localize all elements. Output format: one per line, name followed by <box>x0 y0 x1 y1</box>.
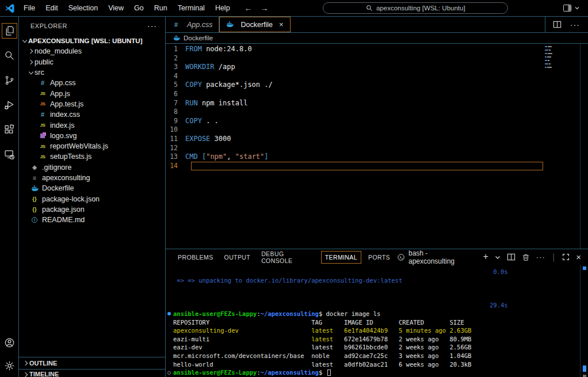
json-file-icon: {} <box>30 196 39 202</box>
tree-item-reportwebvitals-js[interactable]: JSreportWebVitals.js <box>19 141 165 151</box>
line-number: 5 <box>166 81 185 90</box>
search-icon[interactable] <box>0 43 19 68</box>
menu-edit[interactable]: Edit <box>40 4 63 12</box>
customize-layout-icon[interactable] <box>563 3 572 13</box>
code-editor[interactable]: 1FROM node:24.8.023WORKDIR /app45COPY pa… <box>166 44 588 249</box>
code-line-5: 5COPY package*.json ./ <box>166 81 588 90</box>
kill-terminal-icon[interactable] <box>522 253 530 261</box>
scrollbar-command-mark <box>583 266 586 270</box>
tree-item-package-json[interactable]: {}package.json <box>19 204 165 215</box>
menu-run[interactable]: Run <box>149 4 173 12</box>
command-center-search[interactable]: apexconsulting [WSL: Ubuntu] <box>323 2 508 14</box>
tree-item-package-lock-json[interactable]: {}package-lock.json <box>19 193 165 204</box>
editor-tab-dockerfile[interactable]: Dockerfile× <box>219 17 290 32</box>
tree-item-index-js[interactable]: JSindex.js <box>19 120 165 130</box>
terminal-line: 29.4s <box>173 301 581 310</box>
terminal-output[interactable]: 0.0s => => unpacking to docker.io/librar… <box>166 265 588 377</box>
menu-go[interactable]: Go <box>129 4 149 12</box>
tree-item-apexconsulting[interactable]: ≡apexconsulting <box>19 173 165 183</box>
line-number: 4 <box>166 72 185 81</box>
file-tree: APEXCONSULTING [WSL: UBUNTU]node_modules… <box>19 35 165 357</box>
run-and-debug-icon[interactable] <box>0 93 19 117</box>
explorer-icon[interactable] <box>0 18 19 43</box>
tree-item-logo-svg[interactable]: logo.svg <box>19 131 165 141</box>
editor-tab-app-css[interactable]: #App.css <box>166 17 219 32</box>
terminal-line: REPOSITORY TAG IMAGE ID CREATED SIZE <box>173 318 581 327</box>
back-arrow-icon[interactable]: ← <box>245 3 253 13</box>
line-number: 11 <box>166 135 185 144</box>
js-file-icon: JS <box>39 91 47 96</box>
dropdown-icon[interactable] <box>495 254 501 260</box>
line-number: 8 <box>166 108 185 117</box>
more-icon[interactable]: ··· <box>536 253 545 261</box>
forward-arrow-icon[interactable]: → <box>261 3 269 13</box>
terminal-line: eazi-multi latest 672e14679b78 2 weeks a… <box>173 335 581 344</box>
line-number: 2 <box>166 54 185 63</box>
chevron-down-icon[interactable] <box>574 5 580 11</box>
terminal-line: ansible-user@FEZs-Lappy:~/apexconsulting… <box>173 310 581 318</box>
menu-view[interactable]: View <box>103 4 129 12</box>
tree-item-index-css[interactable]: #index.css <box>19 109 165 120</box>
css-file-icon: # <box>39 79 47 86</box>
menu-selection[interactable]: Selection <box>63 4 103 12</box>
breadcrumb[interactable]: Dockerfile <box>166 33 588 44</box>
menu-file[interactable]: File <box>18 4 40 12</box>
timeline-section-header[interactable]: TIMELINE <box>19 369 165 377</box>
outline-section-header[interactable]: OUTLINE <box>19 357 165 369</box>
new-terminal-icon[interactable]: + <box>483 253 488 262</box>
tree-item-app-css[interactable]: #App.css <box>19 78 165 88</box>
source-control-icon[interactable] <box>0 68 19 93</box>
extensions-icon[interactable] <box>0 117 19 142</box>
tree-item-setuptests-js[interactable]: JSsetupTests.js <box>19 151 165 162</box>
tree-item-public[interactable]: public <box>19 57 165 67</box>
panel-tab-terminal[interactable]: TERMINAL <box>321 251 361 264</box>
code-line-13: 13CMD ["npm", "start"] <box>166 153 588 162</box>
menu-terminal[interactable]: Terminal <box>173 4 210 12</box>
code-line-9: 9COPY . . <box>166 117 588 126</box>
line-number: 12 <box>166 144 185 153</box>
terminal-line: apexconsulting-dev latest 6e1fa40424b9 5… <box>173 326 581 335</box>
chevron-down-icon <box>27 69 35 77</box>
close-tab-icon[interactable]: × <box>279 20 284 29</box>
tree-item-root[interactable]: APEXCONSULTING [WSL: UBUNTU] <box>19 36 165 46</box>
code-line-10: 10 <box>166 125 588 135</box>
tree-item-node-modules[interactable]: node_modules <box>19 46 165 56</box>
close-panel-icon[interactable]: × <box>576 252 581 262</box>
panel-tab-output[interactable]: OUTPUT <box>220 251 255 264</box>
code-line-3: 3WORKDIR /app <box>166 63 588 72</box>
split-editor-icon[interactable] <box>553 20 562 29</box>
settings-icon[interactable] <box>0 354 19 377</box>
split-terminal-icon[interactable] <box>507 253 516 261</box>
scrollbar-thumb[interactable] <box>583 375 586 377</box>
terminal-instance-label[interactable]: bash - apexconsulting <box>397 249 473 265</box>
code-line-11: 11EXPOSE 3000 <box>166 135 588 144</box>
search-value: apexconsulting [WSL: Ubuntu] <box>376 5 465 12</box>
maximize-panel-icon[interactable] <box>562 253 570 261</box>
breadcrumb-item: Dockerfile <box>184 35 213 41</box>
tree-item-readme-md[interactable]: iREADME.md <box>19 215 165 225</box>
separator: │ <box>552 253 556 261</box>
remote-explorer-icon[interactable] <box>0 142 19 167</box>
activity-bar <box>0 17 19 377</box>
tree-item-src[interactable]: src <box>19 67 165 78</box>
explorer-more-actions-icon[interactable]: ··· <box>147 21 157 31</box>
tree-item--gitignore[interactable]: ◈.gitignore <box>19 162 165 173</box>
editor-tabs: #App.cssDockerfile×··· <box>166 17 588 33</box>
account-icon[interactable] <box>0 331 19 354</box>
editor-more-actions-icon[interactable]: ··· <box>570 20 580 29</box>
code-line-6: 6 <box>166 90 588 99</box>
tree-item-dockerfile[interactable]: Dockerfile <box>19 183 165 193</box>
minimap[interactable] <box>545 46 553 70</box>
chevron-down-icon <box>21 37 28 45</box>
terminal-line <box>173 284 581 293</box>
tree-item-app-js[interactable]: JSApp.js <box>19 88 165 98</box>
line-number: 3 <box>166 63 185 72</box>
tree-item-app-test-js[interactable]: JSApp.test.js <box>19 99 165 109</box>
explorer-title: EXPLORER <box>30 22 67 29</box>
terminal-cursor <box>327 370 331 376</box>
panel-tab-problems[interactable]: PROBLEMS <box>174 251 217 264</box>
menu-help[interactable]: Help <box>210 4 235 12</box>
panel-tab-debug-console[interactable]: DEBUG CONSOLE <box>257 247 318 267</box>
readme-info-icon: i <box>30 217 39 223</box>
panel-tab-ports[interactable]: PORTS <box>364 251 394 264</box>
